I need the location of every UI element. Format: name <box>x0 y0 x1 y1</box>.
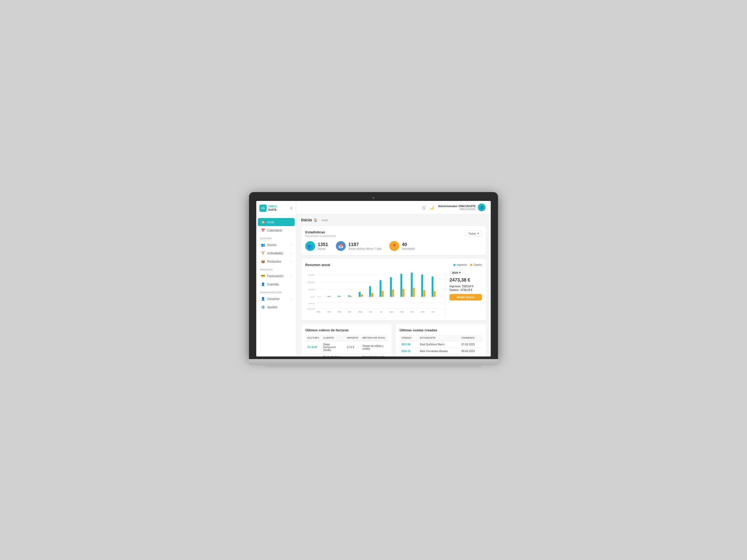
svg-rect-14 <box>328 296 329 297</box>
factura-metodo: Domiciliaciones de pago <box>360 354 388 357</box>
gastos-label: Gastos: <box>449 289 459 291</box>
sidebar-item-ajustes[interactable]: ⚙️ Ajustes <box>258 303 295 311</box>
svg-rect-27 <box>392 290 394 297</box>
sidebar-item-actividades[interactable]: 🏋 Actividades › <box>258 249 295 257</box>
chart-main: 1500.00 1000.00 500.00 0.00 -500.00 -100… <box>305 270 446 316</box>
chart-card: Resumen anual Ingresos Gastos <box>301 259 486 320</box>
stats-filter-dropdown[interactable]: Todas ▾ <box>466 230 482 237</box>
camera <box>372 197 375 199</box>
svg-text:May: May <box>358 311 362 313</box>
ingresos-label: Ingresos: <box>449 285 461 288</box>
sidebar-item-cuentas[interactable]: 👤 Cuentas <box>258 280 295 288</box>
page-title: Inicio <box>301 218 312 222</box>
home-breadcrumb-icon[interactable]: 🏠 <box>314 218 317 222</box>
section-configuracion: Configuración <box>256 289 296 295</box>
stats-grid: 👥 1351 Socios 📅 1187 Socios a <box>305 241 482 251</box>
svg-rect-31 <box>413 288 415 297</box>
bottom-grid: Últimos cobros de facturas Factura Clien… <box>301 324 486 356</box>
factura-metodo: Tarjeta de débito y crédito <box>360 341 388 354</box>
laptop-base <box>249 359 498 365</box>
stat-socios-label: Socios <box>318 247 328 250</box>
cuota-comienzo: 09-04-2025 <box>459 348 482 355</box>
stats-header: Estadísticas Actualizado recientemente T… <box>305 230 482 238</box>
sidebar-item-socios[interactable]: 👥 Socios › <box>258 241 295 249</box>
svg-rect-32 <box>421 274 423 297</box>
stats-title: Estadísticas <box>305 230 336 234</box>
topbar-user: Administrador VINCUSUITE Administrador 👤 <box>438 204 486 211</box>
chart-header: Resumen anual Ingresos Gastos <box>305 263 482 267</box>
svg-rect-30 <box>411 273 413 297</box>
factura-code[interactable]: TC-0147 <box>305 341 321 354</box>
cuota-code[interactable]: BZV-50 <box>400 341 418 348</box>
add-factura-button[interactable]: Añadir factura <box>449 294 482 300</box>
stat-activos-label: Socios activos últimos 7 días <box>348 247 382 250</box>
sidebar-item-productos[interactable]: 📦 Productos › <box>258 258 295 265</box>
screen-bezel: VS VINCUSUITE ⚙ 🏠 Inicio 📅 Calendario <box>249 192 498 359</box>
col-estudiante: Estudiante <box>418 335 459 341</box>
chevron-down-icon: ▾ <box>459 271 461 274</box>
sidebar-item-facturacion[interactable]: 💳 Facturación › <box>258 272 295 280</box>
activos-icon: 📅 <box>336 241 346 251</box>
stat-actividades: 📍 40 Actividades <box>389 241 415 251</box>
sidebar-item-calendario[interactable]: 📅 Calendario <box>258 226 295 234</box>
legend-ingresos: Ingresos <box>454 263 467 266</box>
logo: VS VINCUSUITE <box>259 205 277 212</box>
svg-text:-1000.00: -1000.00 <box>307 308 314 310</box>
sidebar-item-inicio[interactable]: 🏠 Inicio <box>258 218 295 226</box>
stats-filter-label: Todas <box>468 232 476 235</box>
cuota-comienzo: 07-02-2025 <box>459 341 482 348</box>
chart-total: 2473,38 € <box>449 277 482 283</box>
settings-icon[interactable]: ⚙ <box>290 206 293 210</box>
svg-rect-17 <box>340 296 342 297</box>
svg-rect-16 <box>338 296 340 297</box>
stats-title-group: Estadísticas Actualizado recientemente <box>305 230 336 238</box>
facturas-card: Últimos cobros de facturas Factura Clien… <box>301 324 392 356</box>
billing-icon: 💳 <box>261 274 265 278</box>
topbar-icons: 🛒 🌙 <box>422 205 434 210</box>
factura-cliente: Diego Domenech Sevilla <box>321 341 345 354</box>
table-row: TC-0147 Diego Domenech Sevilla 9,72 € Ta… <box>305 341 388 354</box>
products-icon: 📦 <box>261 260 265 263</box>
year-selector[interactable]: 2024 ▾ <box>449 270 463 275</box>
screen: VS VINCUSUITE ⚙ 🏠 Inicio 📅 Calendario <box>256 201 491 356</box>
page-body: Inicio 🏠 › Inicio Estadísticas Actualiza… <box>297 214 491 356</box>
svg-rect-26 <box>390 277 392 297</box>
user-info: Administrador VINCUSUITE Administrador <box>438 205 476 211</box>
svg-text:Oct: Oct <box>411 311 414 313</box>
svg-rect-24 <box>380 280 381 297</box>
laptop-foot <box>264 365 483 368</box>
table-row: BZV-50 Raúl Quiñónez Marín 07-02-2025 <box>400 341 482 348</box>
cuota-code[interactable]: DSS-31 <box>400 348 418 355</box>
svg-text:-500.00: -500.00 <box>308 302 314 304</box>
facturas-title: Últimos cobros de facturas <box>305 328 388 332</box>
svg-text:Feb: Feb <box>327 311 331 313</box>
cuotas-table: Código Estudiante Comienzo BZV-50 Raúl Q… <box>400 335 482 356</box>
breadcrumb-separator: › <box>319 218 320 222</box>
avatar[interactable]: 👤 <box>478 204 486 211</box>
sidebar-item-usuarios[interactable]: 👤 Usuarios › <box>258 295 295 303</box>
cuota-code[interactable]: VTS-7 <box>400 355 418 357</box>
svg-rect-35 <box>434 291 436 297</box>
stat-actividades-value: 40 <box>402 242 415 247</box>
col-comienzo: Comienzo <box>459 335 482 341</box>
col-codigo: Código <box>400 335 418 341</box>
svg-rect-28 <box>401 274 402 297</box>
chart-ingresos-line: Ingresos: 7203,54 € <box>449 285 482 288</box>
sidebar-item-facturacion-label: Facturación <box>267 274 283 278</box>
sidebar-nav: 🏠 Inicio 📅 Calendario Gestión 👥 Socios › <box>256 216 296 356</box>
cart-icon[interactable]: 🛒 <box>422 205 427 210</box>
user-icon: 👤 <box>261 297 265 301</box>
chart-title: Resumen anual <box>305 263 330 267</box>
sidebar-logo: VS VINCUSUITE ⚙ <box>256 201 296 216</box>
stat-socios: 👥 1351 Socios <box>305 241 328 251</box>
logo-text: VINCUSUITE <box>268 205 277 212</box>
breadcrumb-current: Inicio <box>321 218 328 222</box>
moon-icon[interactable]: 🌙 <box>430 205 434 210</box>
chevron-right-icon: › <box>291 252 291 255</box>
svg-rect-18 <box>348 295 350 297</box>
factura-code[interactable]: TS-0152 <box>305 354 321 357</box>
stat-activos-value: 1187 <box>348 242 382 247</box>
svg-rect-23 <box>371 293 373 297</box>
svg-text:1500.00: 1500.00 <box>307 274 314 276</box>
users-icon: 👥 <box>261 243 265 247</box>
